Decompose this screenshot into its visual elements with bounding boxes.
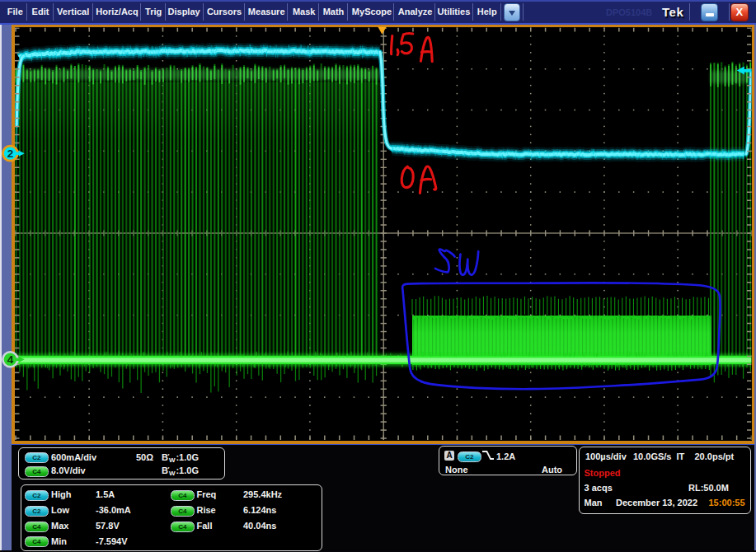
svg-text:4: 4 — [7, 353, 14, 366]
svg-text:2: 2 — [7, 147, 14, 160]
